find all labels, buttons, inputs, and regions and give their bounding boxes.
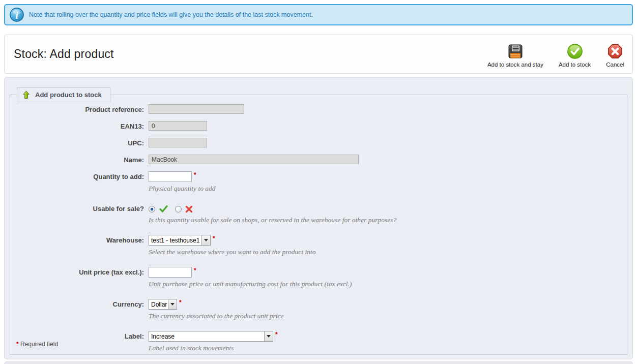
name-label: Name: xyxy=(10,155,144,164)
fieldset-legend: Add product to stock xyxy=(17,87,110,102)
chevron-down-icon[interactable] xyxy=(264,331,273,341)
svg-text:i: i xyxy=(15,10,18,21)
currency-control: Dollar*The currency associated to the pr… xyxy=(149,299,284,324)
usable-no-radio[interactable] xyxy=(175,206,182,213)
fieldset-legend-label: Add product to stock xyxy=(35,91,102,99)
upc-label: UPC: xyxy=(10,138,144,147)
name-input xyxy=(149,155,359,164)
quantity-to-add-control-line: * xyxy=(149,171,216,182)
usable-for-sale-label: Usable for sale? xyxy=(10,203,144,228)
warehouse-label: Warehouse: xyxy=(10,235,144,260)
upc-input xyxy=(149,138,207,147)
usable-for-sale-control: Is this quantity usable for sale on shop… xyxy=(149,203,396,228)
upc-control-line xyxy=(149,138,207,147)
usable-for-sale-row: Usable for sale?Is this quantity usable … xyxy=(10,203,627,228)
quantity-to-add-label: Quantity to add: xyxy=(10,171,144,196)
label-row: Label:Increase*Label used in stock movem… xyxy=(10,331,627,356)
name-control xyxy=(149,155,359,164)
chevron-down-icon[interactable] xyxy=(201,235,210,245)
footer-divider xyxy=(4,361,633,364)
warehouse-selected-value: test1 - testhouse1 xyxy=(149,235,201,245)
required-field-note: * Required field xyxy=(16,341,58,348)
quantity-to-add-hint: Physical quantity to add xyxy=(149,185,216,193)
cancel-octagon-icon xyxy=(607,43,623,59)
upc-control xyxy=(149,138,207,147)
unit-price-input[interactable] xyxy=(149,267,192,278)
ean13-control xyxy=(149,121,207,131)
usable-for-sale-control-line xyxy=(149,203,396,214)
quantity-to-add-required-asterisk: * xyxy=(194,171,196,178)
usable-yes-radio[interactable] xyxy=(149,206,155,213)
usable-for-sale-hint: Is this quantity usable for sale on shop… xyxy=(149,216,396,224)
product-reference-label: Product reference: xyxy=(10,104,144,114)
toolbar-actions: Add to stock and stay Add to stock xyxy=(487,41,624,68)
currency-selected-value: Dollar xyxy=(149,299,168,309)
add-to-stock-and-stay-label: Add to stock and stay xyxy=(487,62,543,68)
unit-price-label: Unit price (tax excl.): xyxy=(10,267,144,292)
label-selected-value: Increase xyxy=(149,331,264,341)
cancel-button[interactable]: Cancel xyxy=(606,43,624,68)
add-to-stock-label: Add to stock xyxy=(559,62,591,68)
currency-label: Currency: xyxy=(10,299,144,324)
quantity-to-add-input[interactable] xyxy=(149,171,192,182)
warehouse-row: Warehouse:test1 - testhouse1*Select the … xyxy=(10,235,627,260)
info-bar: i Note that rolling over the quantity an… xyxy=(4,4,633,25)
green-up-arrow-icon xyxy=(22,90,30,99)
name-control-line xyxy=(149,155,359,164)
quantity-to-add-control: *Physical quantity to add xyxy=(149,171,216,196)
warehouse-select[interactable]: test1 - testhouse1 xyxy=(149,235,211,246)
label-select[interactable]: Increase xyxy=(149,331,273,342)
chevron-down-icon[interactable] xyxy=(168,299,177,309)
unit-price-hint: Unit purchase price or unit manufacturin… xyxy=(149,280,352,288)
floppy-disk-icon xyxy=(507,43,524,59)
currency-select[interactable]: Dollar xyxy=(149,299,177,310)
unit-price-control: *Unit purchase price or unit manufacturi… xyxy=(149,267,352,292)
quantity-to-add-row: Quantity to add:*Physical quantity to ad… xyxy=(10,171,627,196)
unit-price-required-asterisk: * xyxy=(194,267,196,274)
add-to-stock-and-stay-button[interactable]: Add to stock and stay xyxy=(487,43,543,68)
ean13-row: EAN13: xyxy=(10,121,627,131)
page-header: Stock: Add product xyxy=(4,35,633,74)
currency-hint: The currency associated to the product u… xyxy=(149,312,284,320)
usable-for-sale-options xyxy=(149,203,196,214)
warehouse-control: test1 - testhouse1*Select the warehouse … xyxy=(149,235,315,260)
info-icon: i xyxy=(9,7,24,22)
green-check-icon xyxy=(159,204,168,214)
currency-required-asterisk: * xyxy=(179,299,182,306)
label-control-line: Increase* xyxy=(149,331,278,342)
info-bar-text: Note that rolling over the quantity and … xyxy=(29,11,313,18)
currency-row: Currency:Dollar*The currency associated … xyxy=(10,299,627,324)
warehouse-required-asterisk: * xyxy=(213,235,215,241)
form-rows: Product reference:EAN13:UPC:Name:Quantit… xyxy=(10,104,627,356)
ean13-control-line xyxy=(149,121,207,131)
unit-price-control-line: * xyxy=(149,267,352,278)
stock-form-panel: Add product to stock Product reference:E… xyxy=(4,77,633,359)
add-product-fieldset: Add product to stock Product reference:E… xyxy=(10,95,627,355)
red-cross-icon xyxy=(185,205,193,213)
ean13-label: EAN13: xyxy=(10,121,144,131)
add-to-stock-button[interactable]: Add to stock xyxy=(559,43,591,68)
warehouse-hint: Select the warehouse where you want to a… xyxy=(149,248,315,256)
label-control: Increase*Label used in stock movements xyxy=(149,331,278,356)
ean13-input xyxy=(149,121,207,131)
label-required-asterisk: * xyxy=(275,331,278,338)
warehouse-control-line: test1 - testhouse1* xyxy=(149,235,315,246)
product-reference-input xyxy=(149,104,244,114)
cancel-label: Cancel xyxy=(606,62,624,68)
product-reference-row: Product reference: xyxy=(10,104,627,114)
unit-price-row: Unit price (tax excl.):*Unit purchase pr… xyxy=(10,267,627,292)
label-hint: Label used in stock movements xyxy=(149,344,278,352)
product-reference-control xyxy=(149,104,244,114)
currency-control-line: Dollar* xyxy=(149,299,284,310)
page-title: Stock: Add product xyxy=(14,47,114,61)
upc-row: UPC: xyxy=(10,138,627,147)
name-row: Name: xyxy=(10,155,627,164)
product-reference-control-line xyxy=(149,104,244,114)
check-circle-icon xyxy=(567,43,583,59)
